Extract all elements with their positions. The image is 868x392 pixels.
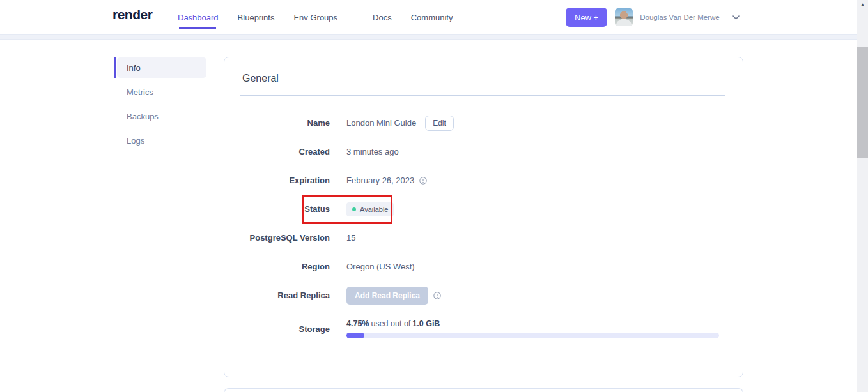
nav-env-groups[interactable]: Env Groups bbox=[293, 13, 337, 22]
top-header: render Dashboard Blueprints Env Groups D… bbox=[0, 0, 868, 34]
postgres-version-value: 15 bbox=[346, 233, 355, 243]
scroll-up-icon[interactable]: ▲ bbox=[857, 2, 868, 8]
nav-docs[interactable]: Docs bbox=[373, 13, 392, 22]
nav-divider bbox=[357, 10, 357, 25]
info-icon[interactable] bbox=[433, 292, 441, 299]
sidebar-item-metrics[interactable]: Metrics bbox=[117, 82, 206, 102]
field-rows: Name London Mini Guide Edit Created 3 mi… bbox=[224, 109, 743, 348]
region-label: Region bbox=[224, 262, 330, 271]
status-dot-icon bbox=[352, 207, 356, 211]
sidebar-item-logs[interactable]: Logs bbox=[117, 130, 206, 151]
expiration-value: February 26, 2023 bbox=[346, 176, 414, 185]
header-right-cluster: New + Douglas Van Der Merwe bbox=[566, 0, 740, 34]
storage-label: Storage bbox=[224, 324, 330, 334]
service-sidebar: Info Metrics Backups Logs bbox=[114, 57, 207, 155]
general-card: General Name London Mini Guide Edit Crea… bbox=[224, 57, 743, 377]
name-label: Name bbox=[224, 118, 330, 128]
scrollbar-thumb[interactable] bbox=[857, 47, 868, 158]
created-label: Created bbox=[224, 147, 330, 156]
status-row: Status Available bbox=[224, 195, 743, 223]
nav-dashboard[interactable]: Dashboard bbox=[178, 13, 219, 22]
read-replica-label: Read Replica bbox=[224, 290, 330, 300]
info-icon[interactable] bbox=[419, 177, 427, 185]
region-row: Region Oregon (US West) bbox=[224, 252, 743, 281]
storage-progress-fill bbox=[346, 333, 364, 338]
active-tab-underline bbox=[179, 27, 216, 29]
postgres-version-label: PostgreSQL Version bbox=[224, 233, 330, 243]
user-name: Douglas Van Der Merwe bbox=[640, 13, 719, 21]
read-replica-row: Read Replica Add Read Replica bbox=[224, 281, 743, 310]
sidebar-item-info[interactable]: Info bbox=[117, 57, 206, 78]
expiration-label: Expiration bbox=[224, 176, 330, 185]
status-badge-text: Available bbox=[360, 206, 388, 213]
new-button[interactable]: New + bbox=[566, 8, 607, 27]
storage-connector-text: used out of bbox=[371, 319, 410, 328]
name-row: Name London Mini Guide Edit bbox=[224, 109, 743, 137]
postgres-version-row: PostgreSQL Version 15 bbox=[224, 223, 743, 252]
expiration-row: Expiration February 26, 2023 bbox=[224, 166, 743, 195]
card-divider bbox=[240, 95, 725, 96]
name-value: London Mini Guide bbox=[346, 118, 416, 128]
user-avatar[interactable] bbox=[615, 8, 633, 26]
next-card-top-edge bbox=[224, 388, 743, 392]
chevron-down-icon[interactable] bbox=[732, 15, 740, 20]
header-sub-band bbox=[0, 34, 868, 40]
render-logo[interactable]: render bbox=[112, 7, 152, 22]
sidebar-active-accent bbox=[114, 57, 116, 78]
region-value: Oregon (US West) bbox=[346, 262, 415, 271]
nav-community[interactable]: Community bbox=[411, 13, 453, 22]
status-badge: Available bbox=[346, 202, 394, 216]
storage-row: Storage 4.75%used out of1.0 GiB bbox=[224, 310, 743, 348]
nav-blueprints[interactable]: Blueprints bbox=[238, 13, 275, 22]
created-row: Created 3 minutes ago bbox=[224, 137, 743, 166]
card-title: General bbox=[242, 73, 725, 84]
sidebar-item-backups[interactable]: Backups bbox=[117, 106, 206, 126]
edit-name-button[interactable]: Edit bbox=[425, 116, 454, 131]
created-value: 3 minutes ago bbox=[346, 147, 399, 156]
storage-progress-track bbox=[346, 333, 719, 338]
storage-total: 1.0 GiB bbox=[412, 319, 440, 328]
main-nav: Dashboard Blueprints Env Groups Docs Com… bbox=[178, 0, 472, 34]
storage-used-percent: 4.75% bbox=[346, 319, 369, 328]
storage-usage-text: 4.75%used out of1.0 GiB bbox=[346, 319, 719, 328]
vertical-scrollbar[interactable]: ▲ bbox=[857, 0, 868, 392]
status-label: Status bbox=[224, 204, 330, 214]
add-read-replica-button[interactable]: Add Read Replica bbox=[346, 287, 428, 305]
